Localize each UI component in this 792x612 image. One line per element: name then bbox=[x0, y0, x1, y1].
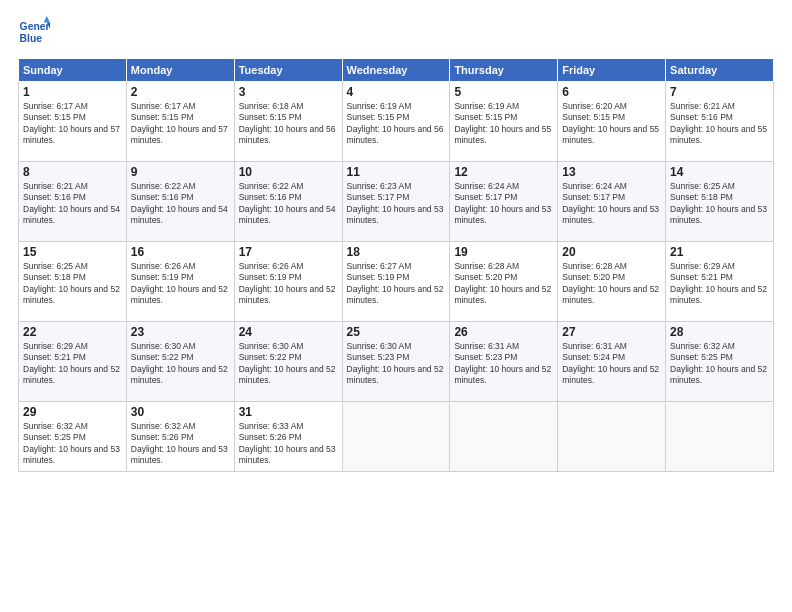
day-number: 12 bbox=[454, 165, 553, 179]
calendar-day-cell: 13Sunrise: 6:24 AMSunset: 5:17 PMDayligh… bbox=[558, 162, 666, 242]
day-number: 9 bbox=[131, 165, 230, 179]
day-info: Sunrise: 6:17 AMSunset: 5:15 PMDaylight:… bbox=[131, 101, 230, 147]
empty-cell bbox=[666, 402, 774, 472]
day-info: Sunrise: 6:29 AMSunset: 5:21 PMDaylight:… bbox=[670, 261, 769, 307]
calendar-header-row: SundayMondayTuesdayWednesdayThursdayFrid… bbox=[19, 59, 774, 82]
calendar-week-row: 8Sunrise: 6:21 AMSunset: 5:16 PMDaylight… bbox=[19, 162, 774, 242]
day-info: Sunrise: 6:25 AMSunset: 5:18 PMDaylight:… bbox=[23, 261, 122, 307]
calendar-day-cell: 19Sunrise: 6:28 AMSunset: 5:20 PMDayligh… bbox=[450, 242, 558, 322]
day-number: 16 bbox=[131, 245, 230, 259]
calendar-day-cell: 5Sunrise: 6:19 AMSunset: 5:15 PMDaylight… bbox=[450, 82, 558, 162]
empty-cell bbox=[342, 402, 450, 472]
calendar-day-cell: 8Sunrise: 6:21 AMSunset: 5:16 PMDaylight… bbox=[19, 162, 127, 242]
day-number: 3 bbox=[239, 85, 338, 99]
calendar-day-cell: 23Sunrise: 6:30 AMSunset: 5:22 PMDayligh… bbox=[126, 322, 234, 402]
weekday-header: Thursday bbox=[450, 59, 558, 82]
calendar-day-cell: 1Sunrise: 6:17 AMSunset: 5:15 PMDaylight… bbox=[19, 82, 127, 162]
day-info: Sunrise: 6:22 AMSunset: 5:16 PMDaylight:… bbox=[239, 181, 338, 227]
calendar-table: SundayMondayTuesdayWednesdayThursdayFrid… bbox=[18, 58, 774, 472]
calendar-day-cell: 27Sunrise: 6:31 AMSunset: 5:24 PMDayligh… bbox=[558, 322, 666, 402]
day-info: Sunrise: 6:27 AMSunset: 5:19 PMDaylight:… bbox=[347, 261, 446, 307]
day-info: Sunrise: 6:32 AMSunset: 5:26 PMDaylight:… bbox=[131, 421, 230, 467]
weekday-header: Saturday bbox=[666, 59, 774, 82]
calendar-day-cell: 21Sunrise: 6:29 AMSunset: 5:21 PMDayligh… bbox=[666, 242, 774, 322]
day-number: 6 bbox=[562, 85, 661, 99]
day-number: 5 bbox=[454, 85, 553, 99]
logo: General Blue bbox=[18, 16, 54, 48]
calendar-day-cell: 9Sunrise: 6:22 AMSunset: 5:16 PMDaylight… bbox=[126, 162, 234, 242]
calendar-day-cell: 12Sunrise: 6:24 AMSunset: 5:17 PMDayligh… bbox=[450, 162, 558, 242]
day-number: 22 bbox=[23, 325, 122, 339]
day-info: Sunrise: 6:30 AMSunset: 5:22 PMDaylight:… bbox=[239, 341, 338, 387]
day-number: 19 bbox=[454, 245, 553, 259]
calendar-day-cell: 7Sunrise: 6:21 AMSunset: 5:16 PMDaylight… bbox=[666, 82, 774, 162]
calendar-day-cell: 6Sunrise: 6:20 AMSunset: 5:15 PMDaylight… bbox=[558, 82, 666, 162]
day-number: 21 bbox=[670, 245, 769, 259]
svg-marker-2 bbox=[44, 16, 50, 22]
calendar-week-row: 1Sunrise: 6:17 AMSunset: 5:15 PMDaylight… bbox=[19, 82, 774, 162]
day-info: Sunrise: 6:19 AMSunset: 5:15 PMDaylight:… bbox=[454, 101, 553, 147]
calendar-day-cell: 31Sunrise: 6:33 AMSunset: 5:26 PMDayligh… bbox=[234, 402, 342, 472]
day-number: 20 bbox=[562, 245, 661, 259]
weekday-header: Friday bbox=[558, 59, 666, 82]
calendar-day-cell: 15Sunrise: 6:25 AMSunset: 5:18 PMDayligh… bbox=[19, 242, 127, 322]
day-number: 26 bbox=[454, 325, 553, 339]
day-number: 4 bbox=[347, 85, 446, 99]
day-info: Sunrise: 6:18 AMSunset: 5:15 PMDaylight:… bbox=[239, 101, 338, 147]
calendar-day-cell: 16Sunrise: 6:26 AMSunset: 5:19 PMDayligh… bbox=[126, 242, 234, 322]
calendar-week-row: 29Sunrise: 6:32 AMSunset: 5:25 PMDayligh… bbox=[19, 402, 774, 472]
day-number: 31 bbox=[239, 405, 338, 419]
calendar-day-cell: 10Sunrise: 6:22 AMSunset: 5:16 PMDayligh… bbox=[234, 162, 342, 242]
calendar-day-cell: 25Sunrise: 6:30 AMSunset: 5:23 PMDayligh… bbox=[342, 322, 450, 402]
day-number: 29 bbox=[23, 405, 122, 419]
day-info: Sunrise: 6:26 AMSunset: 5:19 PMDaylight:… bbox=[131, 261, 230, 307]
day-info: Sunrise: 6:33 AMSunset: 5:26 PMDaylight:… bbox=[239, 421, 338, 467]
day-number: 10 bbox=[239, 165, 338, 179]
calendar-week-row: 15Sunrise: 6:25 AMSunset: 5:18 PMDayligh… bbox=[19, 242, 774, 322]
day-info: Sunrise: 6:19 AMSunset: 5:15 PMDaylight:… bbox=[347, 101, 446, 147]
day-number: 28 bbox=[670, 325, 769, 339]
day-number: 25 bbox=[347, 325, 446, 339]
day-number: 18 bbox=[347, 245, 446, 259]
day-number: 30 bbox=[131, 405, 230, 419]
calendar-day-cell: 28Sunrise: 6:32 AMSunset: 5:25 PMDayligh… bbox=[666, 322, 774, 402]
weekday-header: Monday bbox=[126, 59, 234, 82]
day-number: 24 bbox=[239, 325, 338, 339]
day-number: 1 bbox=[23, 85, 122, 99]
day-number: 15 bbox=[23, 245, 122, 259]
day-info: Sunrise: 6:26 AMSunset: 5:19 PMDaylight:… bbox=[239, 261, 338, 307]
day-number: 17 bbox=[239, 245, 338, 259]
svg-text:Blue: Blue bbox=[20, 33, 43, 44]
calendar-day-cell: 2Sunrise: 6:17 AMSunset: 5:15 PMDaylight… bbox=[126, 82, 234, 162]
day-info: Sunrise: 6:21 AMSunset: 5:16 PMDaylight:… bbox=[670, 101, 769, 147]
day-info: Sunrise: 6:32 AMSunset: 5:25 PMDaylight:… bbox=[670, 341, 769, 387]
day-number: 27 bbox=[562, 325, 661, 339]
calendar-week-row: 22Sunrise: 6:29 AMSunset: 5:21 PMDayligh… bbox=[19, 322, 774, 402]
day-number: 11 bbox=[347, 165, 446, 179]
calendar-day-cell: 30Sunrise: 6:32 AMSunset: 5:26 PMDayligh… bbox=[126, 402, 234, 472]
logo-icon: General Blue bbox=[18, 16, 50, 48]
day-number: 2 bbox=[131, 85, 230, 99]
empty-cell bbox=[450, 402, 558, 472]
day-info: Sunrise: 6:28 AMSunset: 5:20 PMDaylight:… bbox=[562, 261, 661, 307]
day-info: Sunrise: 6:21 AMSunset: 5:16 PMDaylight:… bbox=[23, 181, 122, 227]
svg-text:General: General bbox=[20, 21, 50, 32]
day-number: 7 bbox=[670, 85, 769, 99]
day-info: Sunrise: 6:29 AMSunset: 5:21 PMDaylight:… bbox=[23, 341, 122, 387]
empty-cell bbox=[558, 402, 666, 472]
day-info: Sunrise: 6:30 AMSunset: 5:22 PMDaylight:… bbox=[131, 341, 230, 387]
day-info: Sunrise: 6:31 AMSunset: 5:24 PMDaylight:… bbox=[562, 341, 661, 387]
calendar-day-cell: 22Sunrise: 6:29 AMSunset: 5:21 PMDayligh… bbox=[19, 322, 127, 402]
calendar-day-cell: 11Sunrise: 6:23 AMSunset: 5:17 PMDayligh… bbox=[342, 162, 450, 242]
day-number: 23 bbox=[131, 325, 230, 339]
day-info: Sunrise: 6:25 AMSunset: 5:18 PMDaylight:… bbox=[670, 181, 769, 227]
weekday-header: Tuesday bbox=[234, 59, 342, 82]
day-info: Sunrise: 6:24 AMSunset: 5:17 PMDaylight:… bbox=[454, 181, 553, 227]
calendar-day-cell: 17Sunrise: 6:26 AMSunset: 5:19 PMDayligh… bbox=[234, 242, 342, 322]
calendar-day-cell: 4Sunrise: 6:19 AMSunset: 5:15 PMDaylight… bbox=[342, 82, 450, 162]
day-info: Sunrise: 6:32 AMSunset: 5:25 PMDaylight:… bbox=[23, 421, 122, 467]
day-info: Sunrise: 6:17 AMSunset: 5:15 PMDaylight:… bbox=[23, 101, 122, 147]
day-info: Sunrise: 6:28 AMSunset: 5:20 PMDaylight:… bbox=[454, 261, 553, 307]
calendar-day-cell: 24Sunrise: 6:30 AMSunset: 5:22 PMDayligh… bbox=[234, 322, 342, 402]
header: General Blue bbox=[18, 16, 774, 48]
